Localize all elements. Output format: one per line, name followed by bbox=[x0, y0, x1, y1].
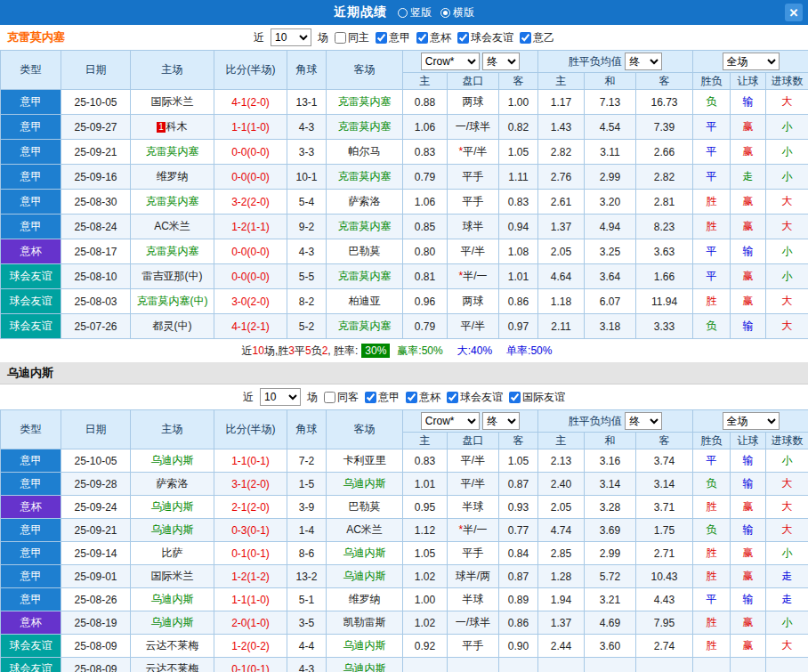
result-cell: 小 bbox=[766, 449, 808, 473]
date-cell: 25-09-01 bbox=[61, 565, 131, 588]
udinese-rows: 意甲25-10-05乌迪内斯1-1(0-1)7-2卡利亚里0.83平/半1.05… bbox=[1, 449, 808, 672]
home-team-cell: 萨索洛 bbox=[131, 473, 214, 496]
layout-radio-horizontal[interactable]: 横版 bbox=[440, 5, 474, 20]
mean-cell: 2.99 bbox=[585, 165, 636, 190]
odds-cell: 0.82 bbox=[499, 115, 538, 140]
odds-cell bbox=[403, 658, 448, 672]
result-cell: 胜 bbox=[693, 635, 731, 658]
odds-final-select[interactable]: 终 bbox=[482, 412, 520, 430]
mean-final-select[interactable]: 终 bbox=[625, 53, 662, 70]
away-team-cell: 乌迪内斯 bbox=[327, 635, 403, 658]
handicap-cell: 球半 bbox=[448, 215, 499, 239]
same-home-checkbox-input[interactable] bbox=[335, 32, 346, 44]
league-checkbox-friendly[interactable]: 球会友谊 bbox=[457, 30, 513, 45]
league-checkbox-serie-a[interactable]: 意甲 bbox=[365, 390, 400, 405]
league-checkbox-input[interactable] bbox=[416, 32, 428, 44]
mean-label: 胜平负均值 bbox=[569, 415, 622, 427]
mean-cell: 3.21 bbox=[585, 588, 636, 611]
scope-select[interactable]: 全场 bbox=[723, 53, 780, 70]
odds-cell: 1.05 bbox=[403, 542, 448, 565]
result-cell: 赢 bbox=[731, 635, 766, 658]
result-cell bbox=[693, 658, 731, 672]
away-team-cell: 柏迪亚 bbox=[327, 289, 403, 314]
league-checkbox-serie-b[interactable]: 意乙 bbox=[520, 30, 554, 45]
summary-text: 2 bbox=[322, 344, 328, 357]
result-cell: 小 bbox=[766, 239, 808, 264]
league-checkbox-input[interactable] bbox=[447, 392, 458, 403]
col-header-corner: 角球 bbox=[287, 410, 327, 449]
league-checkbox-intl-friendly[interactable]: 国际友谊 bbox=[509, 390, 565, 405]
odds-cell: 0.93 bbox=[499, 496, 538, 519]
score-cell: 0-1(0-1) bbox=[214, 542, 287, 565]
recent-count-select[interactable]: 10 bbox=[271, 28, 311, 46]
result-cell: 小 bbox=[766, 115, 808, 140]
result-cell: 赢 bbox=[731, 611, 766, 635]
home-team-cell: 国际米兰 bbox=[131, 565, 214, 588]
league-checkbox-input[interactable] bbox=[365, 392, 376, 403]
mean-final-select[interactable]: 终 bbox=[625, 412, 662, 430]
mean-cell: 3.33 bbox=[636, 314, 693, 339]
league-cell: 球会友谊 bbox=[1, 658, 61, 672]
result-cell: 输 bbox=[731, 90, 766, 115]
odds-cell: 0.86 bbox=[499, 611, 538, 635]
mean-cell: 2.82 bbox=[538, 140, 585, 165]
result-cell: 输 bbox=[731, 588, 766, 611]
away-team-cell: 乌迪内斯 bbox=[327, 473, 403, 496]
league-checkbox-input[interactable] bbox=[457, 32, 469, 44]
odds-provider-select[interactable]: Crow* bbox=[421, 412, 480, 430]
date-cell: 25-09-21 bbox=[61, 519, 131, 542]
scope-select[interactable]: 全场 bbox=[723, 412, 780, 430]
mean-cell: 2.13 bbox=[538, 449, 585, 473]
same-away-checkbox-input[interactable] bbox=[324, 392, 335, 403]
col-header-wdl: 胜负 bbox=[693, 433, 731, 449]
home-team-cell: 乌迪内斯 bbox=[131, 519, 214, 542]
same-away-checkbox[interactable]: 同客 bbox=[324, 390, 359, 405]
home-team-cell: 克雷莫内塞(中) bbox=[131, 289, 214, 314]
mean-cell: 1.94 bbox=[538, 588, 585, 611]
home-team-cell: 克雷莫内塞 bbox=[131, 190, 214, 215]
date-cell: 25-08-24 bbox=[61, 215, 131, 239]
match-row: 意甲25-08-26乌迪内斯1-1(1-0)5-1维罗纳1.00半球0.891.… bbox=[1, 588, 808, 611]
recent-count-select[interactable]: 10 bbox=[260, 388, 301, 406]
close-button[interactable]: ✕ bbox=[785, 4, 803, 21]
summary-text: 近 bbox=[242, 344, 253, 359]
col-header-mean-home: 主 bbox=[538, 73, 585, 90]
result-cell: 输 bbox=[731, 473, 766, 496]
col-header-handicap-result: 让球 bbox=[731, 433, 766, 449]
same-home-checkbox[interactable]: 同主 bbox=[335, 30, 369, 45]
corner-cell: 8-6 bbox=[287, 542, 327, 565]
league-checkbox-serie-a[interactable]: 意甲 bbox=[376, 30, 410, 45]
match-row: 球会友谊25-08-09云达不莱梅0-1(0-1)4-3乌迪内斯 bbox=[1, 658, 808, 672]
result-cell: 平 bbox=[693, 588, 731, 611]
result-cell: 平 bbox=[693, 264, 731, 289]
league-checkbox-friendly[interactable]: 球会友谊 bbox=[447, 390, 503, 405]
odds-provider-select[interactable]: Crow* bbox=[421, 53, 480, 70]
league-checkbox-input[interactable] bbox=[509, 392, 521, 403]
layout-radio-vertical[interactable]: 竖版 bbox=[398, 5, 432, 20]
summary-rate: 大:40% bbox=[457, 344, 492, 359]
odds-final-select[interactable]: 终 bbox=[482, 53, 520, 70]
league-checkbox-coppa[interactable]: 意杯 bbox=[406, 390, 440, 405]
summary-text: 5 bbox=[305, 344, 311, 357]
corner-cell: 13-2 bbox=[287, 565, 327, 588]
result-cell: 大 bbox=[766, 314, 808, 339]
date-cell: 25-08-10 bbox=[61, 264, 131, 289]
odds-cell: 0.81 bbox=[403, 264, 448, 289]
league-checkbox-input[interactable] bbox=[520, 32, 531, 44]
away-team-cell: 卡利亚里 bbox=[327, 449, 403, 473]
mean-cell: 3.63 bbox=[636, 239, 693, 264]
league-checkbox-coppa[interactable]: 意杯 bbox=[416, 30, 451, 45]
league-checkbox-input[interactable] bbox=[406, 392, 417, 403]
matches-table-udinese: 类型 日期 主场 比分(半场) 角球 客场 Crow* 终 胜平负均值 终 全场… bbox=[0, 409, 808, 672]
scope-group-header: 全场 bbox=[693, 410, 808, 433]
col-header-away: 客场 bbox=[327, 51, 403, 90]
result-cell: 赢 bbox=[731, 115, 766, 140]
result-cell: 大 bbox=[766, 190, 808, 215]
corner-cell: 7-2 bbox=[287, 449, 327, 473]
mean-cell: 4.54 bbox=[585, 115, 636, 140]
handicap-cell: *半/一 bbox=[448, 264, 499, 289]
score-cell: 0-0(0-0) bbox=[214, 140, 287, 165]
match-row: 意甲25-08-24AC米兰1-2(1-1)9-2克雷莫内塞0.85球半0.94… bbox=[1, 215, 808, 239]
league-cell: 意甲 bbox=[1, 115, 61, 140]
league-checkbox-input[interactable] bbox=[376, 32, 387, 44]
